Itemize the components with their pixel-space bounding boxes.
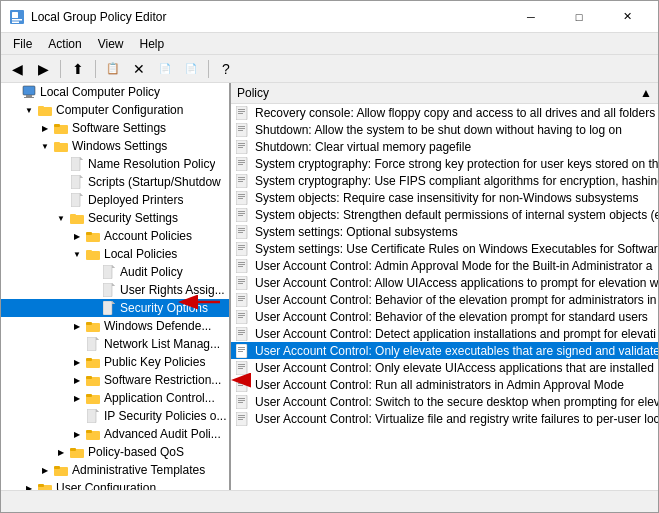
tree-label-computer-config: Computer Configuration bbox=[56, 103, 183, 117]
forward-button[interactable]: ▶ bbox=[31, 58, 55, 80]
policy-item-p17[interactable]: User Account Control: Run all administra… bbox=[231, 376, 658, 393]
expand-btn-network-list[interactable] bbox=[69, 336, 85, 352]
menu-action[interactable]: Action bbox=[40, 35, 89, 53]
copy-button[interactable]: 📋 bbox=[101, 58, 125, 80]
policy-item-p14[interactable]: User Account Control: Detect application… bbox=[231, 325, 658, 342]
svg-rect-90 bbox=[238, 232, 243, 233]
policy-item-p11[interactable]: User Account Control: Allow UIAccess app… bbox=[231, 274, 658, 291]
app-icon bbox=[9, 9, 25, 25]
delete-button[interactable]: ✕ bbox=[127, 58, 151, 80]
props-button[interactable]: 📄 bbox=[153, 58, 177, 80]
expand-btn-user-config[interactable]: ▶ bbox=[21, 480, 37, 490]
svg-rect-114 bbox=[238, 334, 243, 335]
back-button[interactable]: ◀ bbox=[5, 58, 29, 80]
help-button[interactable]: ? bbox=[214, 58, 238, 80]
up-button[interactable]: ⬆ bbox=[66, 58, 90, 80]
expand-btn-local-computer-policy[interactable] bbox=[5, 84, 21, 100]
right-panel: Policy ▲ Recovery console: Allow floppy … bbox=[231, 83, 658, 490]
tree-item-name-resolution[interactable]: Name Resolution Policy bbox=[1, 155, 229, 173]
tree-item-advanced-audit[interactable]: ▶Advanced Audit Poli... bbox=[1, 425, 229, 443]
expand-btn-local-policies[interactable]: ▼ bbox=[69, 246, 85, 262]
svg-rect-66 bbox=[238, 130, 243, 131]
tree-item-network-list[interactable]: Network List Manag... bbox=[1, 335, 229, 353]
tree-item-audit-policy[interactable]: Audit Policy bbox=[1, 263, 229, 281]
tree-item-user-config[interactable]: ▶User Configuration bbox=[1, 479, 229, 490]
expand-btn-user-rights[interactable] bbox=[85, 282, 101, 298]
tree-item-software-settings[interactable]: ▶Software Settings bbox=[1, 119, 229, 137]
minimize-button[interactable]: ─ bbox=[508, 1, 554, 33]
tree-item-computer-config[interactable]: ▼Computer Configuration bbox=[1, 101, 229, 119]
tree-item-public-key[interactable]: ▶Public Key Policies bbox=[1, 353, 229, 371]
policy-item-p2[interactable]: Shutdown: Allow the system to be shut do… bbox=[231, 121, 658, 138]
tree-label-policy-based-qos: Policy-based QoS bbox=[88, 445, 184, 459]
policy-item-p12[interactable]: User Account Control: Behavior of the el… bbox=[231, 291, 658, 308]
expand-btn-policy-based-qos[interactable]: ▶ bbox=[53, 444, 69, 460]
menu-view[interactable]: View bbox=[90, 35, 132, 53]
expand-btn-name-resolution[interactable] bbox=[53, 156, 69, 172]
tree-item-account-policies[interactable]: ▶Account Policies bbox=[1, 227, 229, 245]
svg-rect-73 bbox=[238, 162, 245, 163]
expand-btn-software-restriction[interactable]: ▶ bbox=[69, 372, 85, 388]
scroll-up-btn[interactable]: ▲ bbox=[636, 86, 652, 100]
expand-btn-application-control[interactable]: ▶ bbox=[69, 390, 85, 406]
policy-item-p18[interactable]: User Account Control: Switch to the secu… bbox=[231, 393, 658, 410]
expand-btn-security-settings[interactable]: ▼ bbox=[53, 210, 69, 226]
tree-item-security-settings[interactable]: ▼Security Settings bbox=[1, 209, 229, 227]
maximize-button[interactable]: □ bbox=[556, 1, 602, 33]
tree-item-ip-security[interactable]: IP Security Policies o... bbox=[1, 407, 229, 425]
tree-item-application-control[interactable]: ▶Application Control... bbox=[1, 389, 229, 407]
expand-btn-scripts[interactable] bbox=[53, 174, 69, 190]
policy-item-p19[interactable]: User Account Control: Virtualize file an… bbox=[231, 410, 658, 427]
tree-item-deployed-printers[interactable]: Deployed Printers bbox=[1, 191, 229, 209]
tree-item-policy-based-qos[interactable]: ▶Policy-based QoS bbox=[1, 443, 229, 461]
tree-item-admin-templates[interactable]: ▶Administrative Templates bbox=[1, 461, 229, 479]
expand-btn-deployed-printers[interactable] bbox=[53, 192, 69, 208]
expand-btn-admin-templates[interactable]: ▶ bbox=[37, 462, 53, 478]
svg-rect-93 bbox=[238, 247, 245, 248]
tree-item-local-policies[interactable]: ▼Local Policies bbox=[1, 245, 229, 263]
expand-btn-software-settings[interactable]: ▶ bbox=[37, 120, 53, 136]
policy-item-p4[interactable]: System cryptography: Force strong key pr… bbox=[231, 155, 658, 172]
policy-list[interactable]: Recovery console: Allow floppy copy and … bbox=[231, 104, 658, 490]
tree-item-local-computer-policy[interactable]: Local Computer Policy bbox=[1, 83, 229, 101]
tree-item-windows-settings[interactable]: ▼Windows Settings bbox=[1, 137, 229, 155]
tree-item-windows-defender[interactable]: ▶Windows Defende... bbox=[1, 317, 229, 335]
tree-icon-policy-based-qos bbox=[69, 444, 85, 460]
svg-rect-109 bbox=[238, 315, 245, 316]
policy-item-p16[interactable]: User Account Control: Only elevate UIAcc… bbox=[231, 359, 658, 376]
tree-item-user-rights[interactable]: User Rights Assig... bbox=[1, 281, 229, 299]
tree-label-public-key: Public Key Policies bbox=[104, 355, 205, 369]
policy-item-p5[interactable]: System cryptography: Use FIPS compliant … bbox=[231, 172, 658, 189]
menu-bar: File Action View Help bbox=[1, 33, 658, 55]
expand-btn-public-key[interactable]: ▶ bbox=[69, 354, 85, 370]
expand-btn-audit-policy[interactable] bbox=[85, 264, 101, 280]
expand-btn-security-options[interactable] bbox=[85, 300, 101, 316]
policy-item-p9[interactable]: System settings: Use Certificate Rules o… bbox=[231, 240, 658, 257]
tree-item-security-options[interactable]: Security Options bbox=[1, 299, 229, 317]
policy-item-p8[interactable]: System settings: Optional subsystems bbox=[231, 223, 658, 240]
tree-item-scripts[interactable]: Scripts (Startup/Shutdow bbox=[1, 173, 229, 191]
policy-item-p10[interactable]: User Account Control: Admin Approval Mod… bbox=[231, 257, 658, 274]
policy-item-p6[interactable]: System objects: Require case insensitivi… bbox=[231, 189, 658, 206]
svg-rect-100 bbox=[238, 279, 245, 280]
policy-item-p15[interactable]: User Account Control: Only elevate execu… bbox=[231, 342, 658, 359]
menu-file[interactable]: File bbox=[5, 35, 40, 53]
policy-item-p1[interactable]: Recovery console: Allow floppy copy and … bbox=[231, 104, 658, 121]
policy-item-p13[interactable]: User Account Control: Behavior of the el… bbox=[231, 308, 658, 325]
menu-help[interactable]: Help bbox=[132, 35, 173, 53]
expand-btn-windows-settings[interactable]: ▼ bbox=[37, 138, 53, 154]
expand-btn-account-policies[interactable]: ▶ bbox=[69, 228, 85, 244]
export-button[interactable]: 📄 bbox=[179, 58, 203, 80]
svg-rect-128 bbox=[238, 398, 245, 399]
policy-icon-p12 bbox=[235, 292, 251, 308]
policy-item-p3[interactable]: Shutdown: Clear virtual memory pagefile bbox=[231, 138, 658, 155]
tree-container[interactable]: Local Computer Policy▼Computer Configura… bbox=[1, 83, 229, 490]
tree-icon-local-computer-policy bbox=[21, 84, 37, 100]
expand-btn-computer-config[interactable]: ▼ bbox=[21, 102, 37, 118]
expand-btn-advanced-audit[interactable]: ▶ bbox=[69, 426, 85, 442]
close-button[interactable]: ✕ bbox=[604, 1, 650, 33]
policy-item-p7[interactable]: System objects: Strengthen default permi… bbox=[231, 206, 658, 223]
expand-btn-ip-security[interactable] bbox=[69, 408, 85, 424]
expand-btn-windows-defender[interactable]: ▶ bbox=[69, 318, 85, 334]
tree-item-software-restriction[interactable]: ▶Software Restriction... bbox=[1, 371, 229, 389]
